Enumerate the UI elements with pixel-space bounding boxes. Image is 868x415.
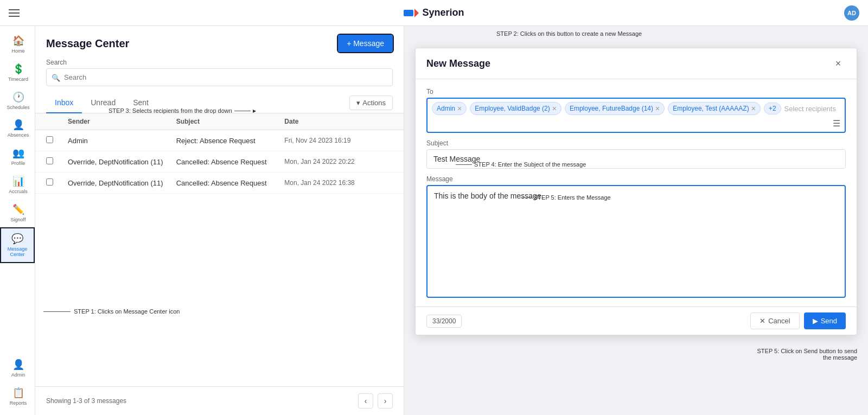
to-field-group: To Admin × Employee, ValidBadge (2) × [426,88,846,133]
sidebar-item-accruals[interactable]: 📊 Accruals [0,171,35,199]
menu-button[interactable] [9,9,20,17]
new-message-button[interactable]: + Message [338,35,393,52]
search-label: Search [46,59,393,66]
subject-wrap [426,149,846,169]
subject-label: Subject [426,139,846,147]
user-avatar[interactable]: AD [844,5,859,21]
pagination: Showing 1-3 of 3 messages ‹ › [35,386,404,415]
search-area: Search 🔍 [35,56,404,93]
sidebar-item-reports[interactable]: 📋 Reports [0,382,35,411]
dialog-close-button[interactable]: × [831,56,846,71]
sidebar-item-schedules[interactable]: 🕐 Schedules [0,87,35,115]
message-center-icon: 💬 [11,233,23,245]
recipient-tag-validbadge[interactable]: Employee, ValidBadge (2) × [470,102,561,115]
schedules-icon: 🕐 [12,91,24,103]
sidebar: 🏠 Home 💲 Timecard 🕐 Schedules 👤 Absences… [0,26,35,415]
timecard-icon: 💲 [12,63,24,75]
content-area: Message Center + Message Search 🔍 Inbox … [35,26,868,415]
pagination-text: Showing 1-3 of 3 messages [46,397,126,405]
sidebar-item-absences[interactable]: 👤 Absences [0,114,35,143]
message-field-group: Message [426,175,846,298]
new-message-dialog: New Message × To Admin × Emplo [415,48,857,335]
absences-icon: 👤 [12,119,24,131]
sidebar-item-timecard[interactable]: 💲 Timecard [0,59,35,87]
step2-annotation: STEP 2: Clicks on this button to create … [496,30,642,37]
step5-send-annotation: STEP 5: Click on Send button to send the… [749,348,857,361]
signoff-icon: ✏️ [12,203,24,215]
svg-marker-1 [414,9,419,17]
chevron-down-icon: ▾ [356,99,360,107]
remove-recipient-futurebadge[interactable]: × [655,104,660,113]
reports-icon: 📋 [12,387,24,399]
sidebar-item-signoff[interactable]: ✏️ Signoff [0,199,35,227]
recipients-field[interactable]: Admin × Employee, ValidBadge (2) × Emplo… [426,98,846,133]
dialog-header: New Message × [416,48,857,79]
row-subject: Cancelled: Absence Request [176,179,285,187]
row-sender: Override, DeptNotification (11) [68,158,176,166]
home-icon: 🏠 [12,35,24,47]
dialog-footer: 33/2000 ✕ Cancel ▶ Send [416,307,857,335]
row-date: Mon, Jan 24 2022 20:22 [284,158,393,165]
message-header: Message Center + Message [35,26,404,56]
search-input[interactable] [46,68,393,86]
row-checkbox[interactable] [46,136,68,145]
recipients-filter-button[interactable]: ☰ [833,118,840,129]
message-label: Message [426,175,846,183]
to-label: To [426,88,846,95]
main-layout: 🏠 Home 💲 Timecard 🕐 Schedules 👤 Absences… [0,26,868,415]
sidebar-item-profile[interactable]: 👥 Profile [0,143,35,171]
message-textarea[interactable] [434,191,838,289]
recipient-tag-admin[interactable]: Admin × [432,102,467,115]
row-checkbox[interactable] [46,178,68,188]
message-panel: Message Center + Message Search 🔍 Inbox … [35,26,404,415]
accruals-icon: 📊 [12,175,24,187]
cancel-button[interactable]: ✕ Cancel [750,312,799,329]
col-checkbox [46,118,68,125]
svg-rect-0 [404,10,413,16]
send-button[interactable]: ▶ Send [804,312,846,329]
remove-recipient-test[interactable]: × [751,104,756,113]
row-subject: Cancelled: Absence Request [176,158,285,166]
table-row[interactable]: Override, DeptNotification (11) Cancelle… [35,151,404,173]
message-wrap [426,185,846,298]
cancel-icon: ✕ [760,317,765,325]
footer-buttons: ✕ Cancel ▶ Send [750,312,846,329]
logo-icon [404,8,419,18]
pagination-buttons: ‹ › [358,393,393,408]
row-date: Fri, Nov 24 2023 16:19 [284,137,393,144]
message-center-title: Message Center [46,37,129,50]
filter-icon: ☰ [833,119,840,128]
row-subject: Reject: Absence Request [176,137,285,145]
sidebar-item-home[interactable]: 🏠 Home [0,30,35,59]
sidebar-item-admin[interactable]: 👤 Admin [0,354,35,382]
search-icon: 🔍 [52,73,60,81]
search-input-wrap: 🔍 [46,68,393,86]
recipient-tag-extra[interactable]: +2 [764,103,781,114]
remove-recipient-validbadge[interactable]: × [552,104,557,113]
tab-sent[interactable]: Sent [124,93,157,113]
col-date: Date [284,118,393,125]
select-recipients-placeholder: Select recipients [784,105,836,113]
row-checkbox[interactable] [46,157,68,167]
tabs-row: Inbox Unread Sent ▾ Actions [35,93,404,113]
recipient-tag-test[interactable]: Employee, Test (AAAAAZ) × [668,102,761,115]
remove-recipient-admin[interactable]: × [457,104,462,113]
tab-unread[interactable]: Unread [82,93,124,113]
right-panel: New Message × To Admin × Emplo [404,26,868,415]
topbar: Synerion AD [0,0,868,26]
table-row[interactable]: Admin Reject: Absence Request Fri, Nov 2… [35,130,404,151]
table-row[interactable]: Override, DeptNotification (11) Cancelle… [35,173,404,194]
pagination-next[interactable]: › [378,393,393,408]
row-sender: Admin [68,137,176,145]
actions-button[interactable]: ▾ Actions [349,95,393,110]
logo-text: Synerion [422,7,464,18]
logo: Synerion [404,7,464,18]
sidebar-item-message-center[interactable]: 💬 Message Center [0,227,35,264]
pagination-prev[interactable]: ‹ [358,393,373,408]
dialog-title: New Message [426,58,490,69]
tab-inbox[interactable]: Inbox [46,93,82,113]
recipient-tag-futurebadge[interactable]: Employee, FutureBadge (14) × [565,102,665,115]
dialog-body: To Admin × Employee, ValidBadge (2) × [416,79,857,307]
subject-input[interactable] [433,155,839,163]
send-icon: ▶ [813,317,818,325]
